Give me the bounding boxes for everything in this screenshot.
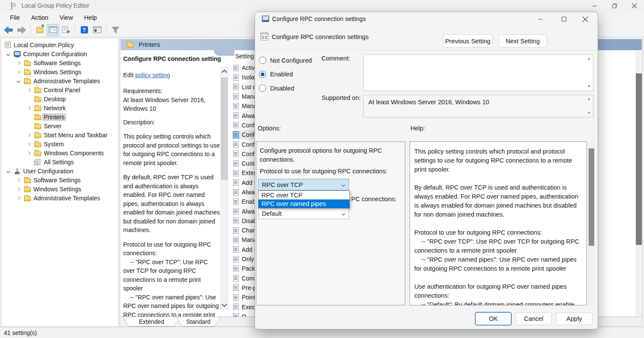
tree-item-computer-configuration[interactable]: Computer Configuration [1,49,118,58]
dialog-maximize-button[interactable] [554,12,574,26]
tree-item-printers[interactable]: Printers [1,112,118,121]
expander-closed-icon[interactable] [24,89,33,91]
edit-policy-line: Edit policy setting [123,71,220,80]
status-text: 41 setting(s) [4,329,37,336]
export-list-button[interactable] [60,24,72,36]
scroll-down-icon[interactable]: ▼ [587,85,591,88]
tree-item-all-settings[interactable]: All Settings [1,157,118,166]
folder-icon [33,87,42,93]
policy-setting-icon [233,84,239,90]
radio-label: Not Configured [270,57,312,64]
tree-item-administrative-templates[interactable]: Administrative Templates [1,76,118,85]
description-scrollbar[interactable] [220,67,228,310]
expander-closed-icon[interactable] [14,188,23,190]
tree-item-local-computer-policy[interactable]: Local Computer Policy [1,40,118,49]
dialog-close-button[interactable] [575,12,595,26]
close-icon [632,3,637,9]
edit-policy-setting-link[interactable]: policy setting [135,72,170,78]
folder-icon [33,96,42,102]
cancel-button[interactable]: Cancel [516,312,552,325]
folder-icon [33,150,42,156]
expander-closed-icon[interactable] [24,134,33,136]
tree-item-system[interactable]: System [1,139,118,148]
tab-extended[interactable]: Extended [123,317,180,326]
radio-disabled[interactable]: Disabled [259,84,312,92]
radio-not-configured[interactable]: Not Configured [259,57,312,64]
scroll-up-icon[interactable]: ▲ [587,57,591,60]
tree-item-start-menu-and-taskbar[interactable]: Start Menu and Taskbar [1,130,118,139]
tree-item-windows-components[interactable]: Windows Components [1,148,118,157]
forward-button[interactable] [15,24,27,36]
protocol-dropdown-list: RPC over TCPRPC over named pipes [258,190,350,208]
tree-item-label: Control Panel [42,86,82,94]
description-paragraphs: This policy setting controls which proto… [123,132,220,317]
previous-setting-button[interactable]: Previous Setting [443,34,492,48]
tree-item-windows-settings[interactable]: Windows Settings [1,67,118,76]
expander-closed-icon[interactable] [24,107,33,109]
auth-combobox[interactable]: Default [258,208,349,219]
close-button[interactable] [624,0,644,12]
protocol-combobox[interactable]: RPC over TCP [258,179,349,190]
tree-item-user-configuration[interactable]: User Configuration [1,166,118,175]
menu-view[interactable]: View [54,13,79,22]
up-one-level-button[interactable] [34,24,46,36]
menu-help[interactable]: Help [79,13,103,22]
allsettings-glyph [35,159,40,165]
restore-button[interactable] [605,0,624,12]
expander-open-icon[interactable] [4,53,12,55]
settings-column-header[interactable]: Setting [235,53,254,60]
tree-item-software-settings[interactable]: Software Settings [1,175,118,184]
tree-item-desktop[interactable]: Desktop [1,94,118,103]
forward-arrow-icon [17,26,26,34]
computer-glyph [14,51,21,57]
help-button[interactable]: ? [78,24,90,36]
tree-item-software-settings[interactable]: Software Settings [1,58,118,67]
menu-action[interactable]: Action [25,13,54,22]
expander-closed-icon[interactable] [24,152,33,154]
expander-closed-icon[interactable] [24,143,33,145]
tree-item-label: Local Computer Policy [12,41,76,49]
expander-closed-icon[interactable] [14,62,23,64]
scrollbar-thumb[interactable] [589,148,594,246]
dialog-minimize-button[interactable] [531,12,550,26]
dropdown-option-rpc-over-named-pipes[interactable]: RPC over named pipes [258,199,349,208]
apply-button[interactable]: Apply [556,312,592,325]
expander-open-icon[interactable] [14,80,23,82]
radio-label: Disabled [270,85,294,92]
tree-item-network[interactable]: Network [1,103,118,112]
tree-item-administrative-templates[interactable]: Administrative Templates [1,193,118,202]
back-button[interactable] [3,24,15,36]
settings-list-scrollbar[interactable] [635,51,642,327]
scrollbar-thumb[interactable] [636,73,642,245]
tab-standard[interactable]: Standard [176,317,221,326]
next-setting-button[interactable]: Next Setting [498,34,547,48]
expander-closed-icon[interactable] [14,179,23,181]
menu-file[interactable]: File [4,13,25,22]
scroll-up-icon[interactable] [221,70,228,74]
expander-open-icon[interactable] [4,170,12,172]
help-scrollbar[interactable] [588,142,595,305]
toolbar-separator [30,26,31,34]
expander-closed-icon[interactable] [14,197,23,199]
new-window-button[interactable] [91,24,103,36]
show-console-tree-button[interactable] [47,24,59,36]
tree-item-control-panel[interactable]: Control Panel [1,85,118,94]
policy-setting-icon [233,132,239,138]
scroll-up-icon[interactable]: ▲ [587,97,591,101]
filter-button[interactable] [109,24,122,36]
scroll-down-icon[interactable] [221,302,228,306]
scrollbar-thumb[interactable] [221,78,228,180]
tree-item-label: Windows Settings [32,185,83,193]
ok-button[interactable]: OK [475,312,511,325]
tree-item-windows-settings[interactable]: Windows Settings [1,184,118,193]
minimize-button[interactable] [585,0,605,12]
scroll-down-icon[interactable]: ▼ [587,112,591,115]
tab-label: Extended [123,317,180,326]
radio-enabled[interactable]: Enabled [259,71,312,78]
dropdown-option-rpc-over-tcp[interactable]: RPC over TCP [258,191,349,199]
auth-label-fragment: PC connections: [351,196,397,202]
tree-item-server[interactable]: Server [1,121,118,130]
comment-input[interactable] [364,55,593,91]
radio-icon [259,84,266,92]
expander-closed-icon[interactable] [14,71,23,73]
